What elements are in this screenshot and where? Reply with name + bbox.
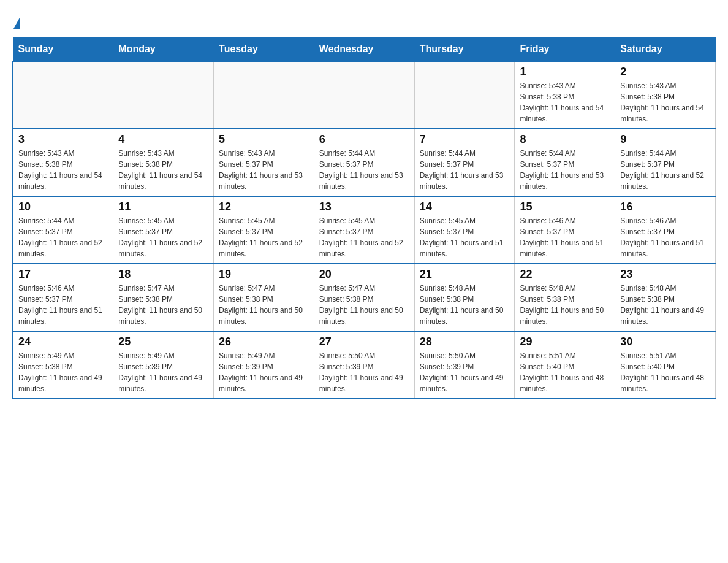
day-info: Sunrise: 5:45 AMSunset: 5:37 PMDaylight:… bbox=[118, 215, 208, 259]
day-number: 19 bbox=[219, 268, 309, 281]
day-info: Sunrise: 5:43 AMSunset: 5:38 PMDaylight:… bbox=[18, 148, 108, 192]
logo bbox=[12, 12, 20, 27]
column-header-thursday: Thursday bbox=[414, 37, 515, 62]
day-info: Sunrise: 5:50 AMSunset: 5:39 PMDaylight:… bbox=[420, 350, 510, 394]
calendar-cell: 13Sunrise: 5:45 AMSunset: 5:37 PMDayligh… bbox=[314, 196, 414, 264]
calendar-cell: 4Sunrise: 5:43 AMSunset: 5:38 PMDaylight… bbox=[113, 129, 214, 196]
calendar-cell: 11Sunrise: 5:45 AMSunset: 5:37 PMDayligh… bbox=[113, 196, 214, 264]
day-info: Sunrise: 5:45 AMSunset: 5:37 PMDaylight:… bbox=[319, 215, 409, 259]
calendar-week-row: 1Sunrise: 5:43 AMSunset: 5:38 PMDaylight… bbox=[13, 61, 716, 129]
day-number: 22 bbox=[520, 268, 610, 281]
calendar-cell: 1Sunrise: 5:43 AMSunset: 5:38 PMDaylight… bbox=[515, 61, 615, 129]
day-number: 3 bbox=[18, 133, 108, 146]
logo-triangle-icon bbox=[13, 18, 20, 29]
calendar-cell: 5Sunrise: 5:43 AMSunset: 5:37 PMDaylight… bbox=[214, 129, 314, 196]
day-info: Sunrise: 5:46 AMSunset: 5:37 PMDaylight:… bbox=[18, 283, 108, 327]
calendar-cell: 10Sunrise: 5:44 AMSunset: 5:37 PMDayligh… bbox=[13, 196, 113, 264]
calendar-cell: 2Sunrise: 5:43 AMSunset: 5:38 PMDaylight… bbox=[615, 61, 716, 129]
day-number: 14 bbox=[420, 201, 510, 213]
column-header-wednesday: Wednesday bbox=[314, 37, 414, 62]
day-number: 11 bbox=[118, 201, 208, 213]
day-number: 13 bbox=[319, 201, 409, 213]
column-header-sunday: Sunday bbox=[13, 37, 113, 62]
calendar-cell: 23Sunrise: 5:48 AMSunset: 5:38 PMDayligh… bbox=[615, 264, 716, 331]
day-info: Sunrise: 5:47 AMSunset: 5:38 PMDaylight:… bbox=[219, 283, 309, 327]
day-info: Sunrise: 5:45 AMSunset: 5:37 PMDaylight:… bbox=[219, 215, 309, 259]
calendar-cell: 17Sunrise: 5:46 AMSunset: 5:37 PMDayligh… bbox=[13, 264, 113, 331]
day-number: 18 bbox=[118, 268, 208, 281]
day-number: 21 bbox=[420, 268, 510, 281]
calendar-cell: 24Sunrise: 5:49 AMSunset: 5:38 PMDayligh… bbox=[13, 331, 113, 399]
logo-top bbox=[12, 12, 20, 32]
day-number: 29 bbox=[520, 335, 610, 348]
day-number: 23 bbox=[620, 268, 710, 281]
calendar-cell: 9Sunrise: 5:44 AMSunset: 5:37 PMDaylight… bbox=[615, 129, 716, 196]
calendar-week-row: 24Sunrise: 5:49 AMSunset: 5:38 PMDayligh… bbox=[13, 331, 716, 399]
day-info: Sunrise: 5:51 AMSunset: 5:40 PMDaylight:… bbox=[620, 350, 710, 394]
day-info: Sunrise: 5:43 AMSunset: 5:38 PMDaylight:… bbox=[520, 80, 610, 124]
calendar-cell: 3Sunrise: 5:43 AMSunset: 5:38 PMDaylight… bbox=[13, 129, 113, 196]
day-info: Sunrise: 5:49 AMSunset: 5:38 PMDaylight:… bbox=[18, 350, 108, 394]
calendar-week-row: 17Sunrise: 5:46 AMSunset: 5:37 PMDayligh… bbox=[13, 264, 716, 331]
day-number: 6 bbox=[319, 133, 409, 146]
page-header bbox=[12, 12, 716, 27]
calendar-cell: 30Sunrise: 5:51 AMSunset: 5:40 PMDayligh… bbox=[615, 331, 716, 399]
day-number: 10 bbox=[18, 201, 108, 213]
day-number: 4 bbox=[118, 133, 208, 146]
calendar-cell: 21Sunrise: 5:48 AMSunset: 5:38 PMDayligh… bbox=[414, 264, 515, 331]
day-number: 16 bbox=[620, 201, 710, 213]
day-info: Sunrise: 5:44 AMSunset: 5:37 PMDaylight:… bbox=[620, 148, 710, 192]
day-number: 24 bbox=[18, 335, 108, 348]
column-header-tuesday: Tuesday bbox=[214, 37, 314, 62]
calendar-cell: 19Sunrise: 5:47 AMSunset: 5:38 PMDayligh… bbox=[214, 264, 314, 331]
day-info: Sunrise: 5:48 AMSunset: 5:38 PMDaylight:… bbox=[520, 283, 610, 327]
calendar-cell: 15Sunrise: 5:46 AMSunset: 5:37 PMDayligh… bbox=[515, 196, 615, 264]
day-info: Sunrise: 5:48 AMSunset: 5:38 PMDaylight:… bbox=[420, 283, 510, 327]
day-info: Sunrise: 5:50 AMSunset: 5:39 PMDaylight:… bbox=[319, 350, 409, 394]
day-number: 28 bbox=[420, 335, 510, 348]
day-info: Sunrise: 5:48 AMSunset: 5:38 PMDaylight:… bbox=[620, 283, 710, 327]
day-info: Sunrise: 5:49 AMSunset: 5:39 PMDaylight:… bbox=[118, 350, 208, 394]
calendar-cell bbox=[314, 61, 414, 129]
day-info: Sunrise: 5:51 AMSunset: 5:40 PMDaylight:… bbox=[520, 350, 610, 394]
day-info: Sunrise: 5:44 AMSunset: 5:37 PMDaylight:… bbox=[18, 215, 108, 259]
calendar-cell bbox=[414, 61, 515, 129]
calendar-cell: 16Sunrise: 5:46 AMSunset: 5:37 PMDayligh… bbox=[615, 196, 716, 264]
calendar-cell: 6Sunrise: 5:44 AMSunset: 5:37 PMDaylight… bbox=[314, 129, 414, 196]
day-info: Sunrise: 5:46 AMSunset: 5:37 PMDaylight:… bbox=[620, 215, 710, 259]
calendar-cell: 27Sunrise: 5:50 AMSunset: 5:39 PMDayligh… bbox=[314, 331, 414, 399]
calendar-cell: 26Sunrise: 5:49 AMSunset: 5:39 PMDayligh… bbox=[214, 331, 314, 399]
day-number: 8 bbox=[520, 133, 610, 146]
calendar-header-row: SundayMondayTuesdayWednesdayThursdayFrid… bbox=[13, 37, 716, 62]
day-number: 26 bbox=[219, 335, 309, 348]
day-number: 25 bbox=[118, 335, 208, 348]
day-number: 1 bbox=[520, 66, 610, 79]
day-info: Sunrise: 5:43 AMSunset: 5:38 PMDaylight:… bbox=[118, 148, 208, 192]
day-info: Sunrise: 5:44 AMSunset: 5:37 PMDaylight:… bbox=[520, 148, 610, 192]
calendar-week-row: 10Sunrise: 5:44 AMSunset: 5:37 PMDayligh… bbox=[13, 196, 716, 264]
day-info: Sunrise: 5:43 AMSunset: 5:37 PMDaylight:… bbox=[219, 148, 309, 192]
day-number: 9 bbox=[620, 133, 710, 146]
calendar-cell: 14Sunrise: 5:45 AMSunset: 5:37 PMDayligh… bbox=[414, 196, 515, 264]
day-number: 27 bbox=[319, 335, 409, 348]
calendar-cell bbox=[13, 61, 113, 129]
day-number: 5 bbox=[219, 133, 309, 146]
day-info: Sunrise: 5:49 AMSunset: 5:39 PMDaylight:… bbox=[219, 350, 309, 394]
day-info: Sunrise: 5:44 AMSunset: 5:37 PMDaylight:… bbox=[420, 148, 510, 192]
calendar-table: SundayMondayTuesdayWednesdayThursdayFrid… bbox=[12, 37, 716, 399]
calendar-cell: 8Sunrise: 5:44 AMSunset: 5:37 PMDaylight… bbox=[515, 129, 615, 196]
day-number: 7 bbox=[420, 133, 510, 146]
calendar-week-row: 3Sunrise: 5:43 AMSunset: 5:38 PMDaylight… bbox=[13, 129, 716, 196]
calendar-cell: 25Sunrise: 5:49 AMSunset: 5:39 PMDayligh… bbox=[113, 331, 214, 399]
day-info: Sunrise: 5:47 AMSunset: 5:38 PMDaylight:… bbox=[319, 283, 409, 327]
calendar-cell bbox=[113, 61, 214, 129]
calendar-cell: 29Sunrise: 5:51 AMSunset: 5:40 PMDayligh… bbox=[515, 331, 615, 399]
column-header-monday: Monday bbox=[113, 37, 214, 62]
day-number: 15 bbox=[520, 201, 610, 213]
day-info: Sunrise: 5:46 AMSunset: 5:37 PMDaylight:… bbox=[520, 215, 610, 259]
day-info: Sunrise: 5:43 AMSunset: 5:38 PMDaylight:… bbox=[620, 80, 710, 124]
day-number: 2 bbox=[620, 66, 710, 79]
calendar-cell: 7Sunrise: 5:44 AMSunset: 5:37 PMDaylight… bbox=[414, 129, 515, 196]
column-header-friday: Friday bbox=[515, 37, 615, 62]
calendar-cell: 22Sunrise: 5:48 AMSunset: 5:38 PMDayligh… bbox=[515, 264, 615, 331]
